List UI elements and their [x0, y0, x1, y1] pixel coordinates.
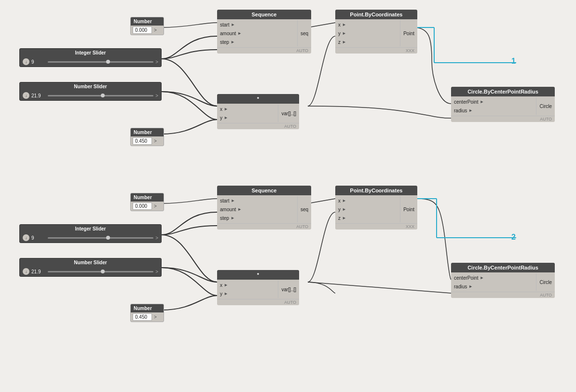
number-node-2-value[interactable]: 0.450 — [133, 137, 152, 145]
mul2-port-x: x ► — [217, 281, 278, 289]
point-by-coords-1-footer: XXX — [335, 47, 417, 54]
number-node-2-header: Number — [131, 128, 164, 136]
svg-line-5 — [308, 282, 451, 293]
pbc2-port-z: z ► — [335, 214, 400, 222]
int-slider-1-header: Integer Slider — [20, 49, 161, 57]
mul1-port-x: x ► — [217, 105, 278, 113]
diagram-label-1: 1 — [511, 57, 516, 66]
int-slider-2-icon[interactable]: ↓ — [23, 234, 29, 241]
sequence-node-2: Sequence start ► amount ► step ► seq — [217, 186, 311, 230]
number-node-4: Number 0.450 > — [130, 304, 164, 322]
int-slider-1-arrow: > — [155, 59, 158, 65]
svg-line-0 — [308, 23, 335, 27]
point-by-coords-2-header: Point.ByCoordinates — [335, 186, 417, 195]
number-node-3-header: Number — [131, 193, 164, 202]
seq1-port-step: step ► — [217, 38, 297, 46]
pbc1-port-x: x ► — [335, 20, 400, 29]
sequence-node-2-header: Sequence — [217, 186, 311, 195]
num-slider-1-header: Number Slider — [20, 82, 161, 91]
num-slider-2-icon[interactable]: ↓ — [23, 268, 29, 275]
int-slider-2-thumb[interactable] — [106, 236, 110, 240]
sequence-node-2-footer: AUTO — [217, 223, 311, 230]
num-slider-2-arrow: > — [155, 269, 158, 274]
sequence-node-1: Sequence start ► amount ► step ► seq — [217, 10, 311, 54]
point-by-coords-1-header: Point.ByCoordinates — [335, 10, 417, 19]
num-slider-2[interactable]: Number Slider ↓ 21.9 > — [19, 258, 162, 277]
num-slider-1-track[interactable] — [48, 95, 153, 96]
canvas: Number 0.000 > Integer Slider ↓ 9 > Numb… — [0, 0, 576, 392]
multiply-node-2-footer: AUTO — [217, 299, 299, 305]
circle-node-1: Circle.ByCenterPointRadius centerPoint ►… — [451, 87, 555, 122]
multiply-node-1: * x ► y ► var[]..[] AUTO — [217, 94, 299, 129]
circle-node-1-footer: AUTO — [451, 116, 555, 122]
multiply-node-2-header: * — [217, 270, 299, 280]
num-slider-2-header: Number Slider — [20, 258, 161, 267]
seq2-port-amount: amount ► — [217, 205, 297, 214]
number-node-4-arrow: > — [154, 314, 157, 320]
num-slider-1[interactable]: Number Slider ↓ 21.9 > — [19, 82, 162, 101]
int-slider-2-value: 9 — [31, 235, 46, 241]
int-slider-1[interactable]: Integer Slider ↓ 9 > — [19, 48, 162, 67]
circle-node-2-footer: AUTO — [451, 292, 555, 298]
number-node-1-value[interactable]: 0.000 — [133, 27, 152, 34]
circle1-port-center: centerPoint ► — [451, 97, 536, 106]
number-node-3-arrow: > — [154, 203, 157, 209]
num-slider-1-icon[interactable]: ↓ — [23, 92, 29, 99]
circle-node-1-header: Circle.ByCenterPointRadius — [451, 87, 555, 96]
number-node-1-arrow: > — [154, 27, 157, 33]
int-slider-2-track[interactable] — [48, 237, 153, 239]
multiply-node-1-footer: AUTO — [217, 123, 299, 129]
int-slider-2[interactable]: Integer Slider ↓ 9 > — [19, 224, 162, 243]
number-node-3: Number 0.000 > — [130, 193, 164, 211]
int-slider-1-thumb[interactable] — [106, 60, 110, 64]
circle2-port-center: centerPoint ► — [451, 273, 536, 282]
mul1-port-y: y ► — [217, 113, 278, 122]
seq1-port-start: start ► — [217, 20, 297, 29]
point-by-coords-2-footer: XXX — [335, 223, 417, 230]
seq1-port-amount: amount ► — [217, 29, 297, 38]
int-slider-2-header: Integer Slider — [20, 225, 161, 233]
num-slider-1-value: 21.9 — [31, 93, 46, 98]
circle1-port-radius: radius ► — [451, 106, 536, 115]
sequence-node-1-footer: AUTO — [217, 47, 311, 54]
number-node-2-arrow: > — [154, 138, 157, 144]
number-node-2: Number 0.450 > — [130, 128, 164, 146]
seq2-port-step: step ► — [217, 214, 297, 222]
int-slider-2-arrow: > — [155, 235, 158, 241]
int-slider-1-value: 9 — [31, 59, 46, 65]
point-by-coords-2: Point.ByCoordinates x ► y ► z ► Point — [335, 186, 417, 230]
num-slider-2-thumb[interactable] — [101, 270, 105, 273]
sequence-node-1-header: Sequence — [217, 10, 311, 19]
number-node-3-value[interactable]: 0.000 — [133, 203, 152, 210]
number-node-4-value[interactable]: 0.450 — [133, 313, 152, 321]
seq2-port-start: start ► — [217, 196, 297, 205]
num-slider-1-arrow: > — [155, 93, 158, 98]
pbc2-port-x: x ► — [335, 196, 400, 205]
diagram-label-2: 2 — [511, 233, 516, 242]
multiply-node-2: * x ► y ► var[]..[] AUTO — [217, 270, 299, 305]
number-node-1-header: Number — [131, 17, 164, 26]
num-slider-1-thumb[interactable] — [101, 94, 105, 97]
multiply-node-1-header: * — [217, 94, 299, 104]
int-slider-1-icon[interactable]: ↓ — [23, 58, 29, 65]
circle-node-2-header: Circle.ByCenterPointRadius — [451, 263, 555, 272]
pbc1-port-y: y ► — [335, 29, 400, 38]
circle2-port-radius: radius ► — [451, 282, 536, 291]
point-by-coords-1: Point.ByCoordinates x ► y ► z ► Point — [335, 10, 417, 54]
int-slider-1-track[interactable] — [48, 61, 153, 63]
pbc1-port-z: z ► — [335, 38, 400, 46]
svg-line-4 — [308, 199, 335, 203]
number-node-4-header: Number — [131, 304, 164, 312]
number-node-1: Number 0.000 > — [130, 17, 164, 35]
circle-node-2: Circle.ByCenterPointRadius centerPoint ►… — [451, 263, 555, 298]
mul2-port-y: y ► — [217, 289, 278, 298]
pbc2-port-y: y ► — [335, 205, 400, 214]
num-slider-2-value: 21.9 — [31, 269, 46, 274]
num-slider-2-track[interactable] — [48, 271, 153, 272]
